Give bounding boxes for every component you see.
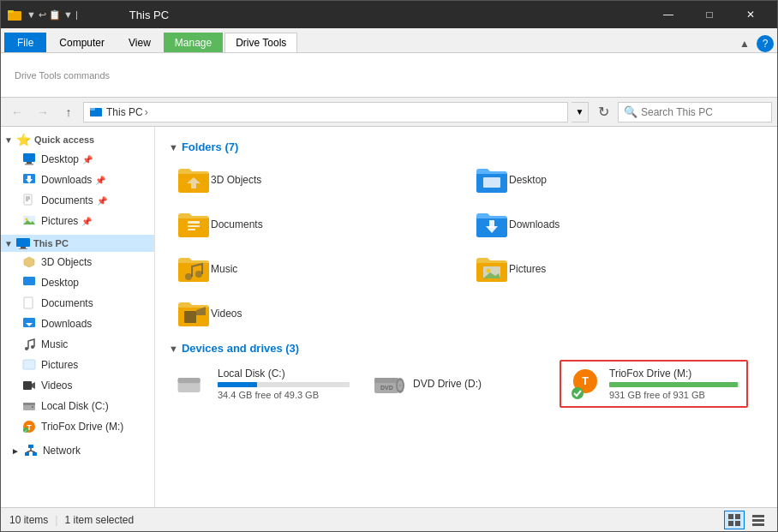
search-input[interactable] xyxy=(641,106,769,118)
folder-item-music[interactable]: Music xyxy=(169,248,465,290)
sidebar-network[interactable]: ► Network xyxy=(1,440,154,461)
folders-toggle[interactable]: ▼ xyxy=(169,142,178,152)
sidebar: ▼ ⭐ Quick access Desktop 📌 Downloads 📌 xyxy=(1,127,155,507)
pc-downloads-icon xyxy=(21,316,37,332)
address-bar: ← → ↑ This PC › ▼ ↻ 🔍 xyxy=(1,98,777,127)
svg-rect-27 xyxy=(23,360,35,369)
view-details-button[interactable] xyxy=(748,511,769,529)
folder-item-3dobjects[interactable]: 3D Objects xyxy=(169,158,465,201)
up-button[interactable]: ↑ xyxy=(57,101,80,123)
svg-rect-17 xyxy=(16,238,30,247)
refresh-button[interactable]: ↻ xyxy=(592,101,614,123)
main-area: ▼ ⭐ Quick access Desktop 📌 Downloads 📌 xyxy=(1,127,777,507)
folder-icon-music xyxy=(177,254,211,284)
folder-icon-pictures xyxy=(475,254,509,284)
address-dropdown[interactable]: ▼ xyxy=(572,102,589,123)
devices-toggle[interactable]: ▼ xyxy=(169,344,178,354)
sidebar-pc-downloads[interactable]: Downloads xyxy=(1,314,154,334)
sidebar-triofox[interactable]: T✓ TrioFox Drive (M:) xyxy=(1,416,154,437)
svg-rect-5 xyxy=(27,162,32,164)
folders-section-header: ▼ Folders (7) xyxy=(169,140,763,153)
pictures-icon xyxy=(21,213,37,229)
folders-section-title: Folders (7) xyxy=(182,140,238,153)
quick-access-icon: ▼ ↩ 📋 ▼ | xyxy=(27,9,78,21)
documents-icon xyxy=(21,193,37,208)
drive-item-c[interactable]: Local Disk (C:) 34.4 GB free of 49.3 GB xyxy=(169,360,357,408)
minimize-button[interactable]: — xyxy=(649,1,688,28)
sidebar-item-downloads[interactable]: Downloads 📌 xyxy=(1,170,154,190)
sidebar-music[interactable]: Music xyxy=(1,334,154,355)
svg-rect-19 xyxy=(19,248,27,249)
drive-item-d[interactable]: DVD DVD Drive (D:) xyxy=(364,360,553,408)
pc-desktop-icon xyxy=(21,275,37,290)
quick-access-label: Quick access xyxy=(34,134,94,145)
3dobjects-icon xyxy=(21,254,37,270)
tab-drive-tools[interactable]: Drive Tools xyxy=(224,33,297,52)
sidebar-item-desktop[interactable]: Desktop 📌 xyxy=(1,149,154,170)
svg-point-54 xyxy=(487,269,491,273)
sidebar-pc-pictures[interactable]: Pictures xyxy=(1,355,154,375)
drive-c-info: Local Disk (C:) 34.4 GB free of 49.3 GB xyxy=(218,368,350,400)
tab-view[interactable]: View xyxy=(117,33,162,52)
back-button[interactable]: ← xyxy=(6,101,28,123)
help-button[interactable]: ? xyxy=(757,35,774,52)
folder-item-pictures[interactable]: Pictures xyxy=(467,248,763,290)
drive-c-bar-fill xyxy=(218,382,257,387)
dvd-icon: DVD xyxy=(372,367,406,401)
svg-rect-18 xyxy=(21,247,26,248)
hdd-icon xyxy=(177,367,211,401)
sidebar-3dobjects[interactable]: 3D Objects xyxy=(1,252,154,272)
svg-rect-28 xyxy=(23,381,32,390)
sidebar-item-documents[interactable]: Documents 📌 xyxy=(1,190,154,211)
sidebar-videos[interactable]: Videos xyxy=(1,375,154,396)
sidebar-pc-desktop[interactable]: Desktop xyxy=(1,272,154,293)
tab-file[interactable]: File xyxy=(4,33,46,52)
ribbon-collapse-btn[interactable]: ▲ xyxy=(739,38,750,50)
drive-item-m[interactable]: T TrioFox Drive (M:) 931 GB free of 931 … xyxy=(560,360,748,408)
folder-name-3dobjects: 3D Objects xyxy=(211,174,261,186)
window: ▼ ↩ 📋 ▼ | This PC — □ ✕ File Computer Vi… xyxy=(0,0,778,532)
triofox-drive-icon: T xyxy=(568,367,602,401)
svg-point-68 xyxy=(572,387,584,399)
svg-rect-69 xyxy=(728,514,733,519)
close-button[interactable]: ✕ xyxy=(731,1,770,28)
svg-rect-45 xyxy=(483,177,500,188)
folder-item-desktop[interactable]: Desktop xyxy=(467,158,763,201)
forward-button[interactable]: → xyxy=(32,101,54,123)
sidebar-pc-documents[interactable]: Documents xyxy=(1,293,154,314)
folder-name-videos: Videos xyxy=(211,308,242,320)
content-area: ▼ Folders (7) 3D Objects xyxy=(155,127,777,507)
sidebar-this-pc[interactable]: ▼ This PC xyxy=(1,235,154,252)
sidebar-item-pictures[interactable]: Pictures 📌 xyxy=(1,211,154,231)
svg-rect-9 xyxy=(27,176,31,180)
tab-computer[interactable]: Computer xyxy=(48,33,116,52)
ribbon: File Computer View Manage Drive Tools ▲ … xyxy=(1,28,777,98)
window-title: This PC xyxy=(129,9,169,21)
folder-item-documents[interactable]: Documents xyxy=(169,203,465,246)
sidebar-local-disk[interactable]: Local Disk (C:) xyxy=(1,396,154,416)
ribbon-tabs: File Computer View Manage Drive Tools ▲ … xyxy=(1,28,777,52)
address-path[interactable]: This PC › xyxy=(83,102,568,123)
pin-icon-docs: 📌 xyxy=(97,196,107,206)
folder-icon-desktop xyxy=(475,164,509,195)
svg-rect-72 xyxy=(735,521,740,526)
ribbon-content: Drive Tools commands xyxy=(1,52,777,97)
pc-documents-icon xyxy=(21,296,37,311)
svg-rect-50 xyxy=(489,220,494,228)
svg-rect-71 xyxy=(728,521,733,526)
svg-rect-75 xyxy=(752,523,764,526)
drive-c-name: Local Disk (C:) xyxy=(218,368,350,380)
maximize-button[interactable]: □ xyxy=(690,1,729,28)
sidebar-desktop-label: Desktop xyxy=(41,153,79,165)
drive-d-name: DVD Drive (D:) xyxy=(413,378,545,390)
svg-rect-37 xyxy=(28,445,33,448)
svg-text:T: T xyxy=(582,374,589,387)
status-bar: 10 items | 1 item selected xyxy=(1,507,777,531)
title-bar: ▼ ↩ 📋 ▼ | This PC — □ ✕ xyxy=(1,1,777,28)
svg-rect-44 xyxy=(191,183,196,188)
folder-item-videos[interactable]: Videos xyxy=(169,292,465,335)
sidebar-quick-access[interactable]: ▼ ⭐ Quick access xyxy=(1,130,154,149)
view-large-icons-button[interactable] xyxy=(724,511,745,529)
tab-manage[interactable]: Manage xyxy=(164,33,223,52)
folder-item-downloads[interactable]: Downloads xyxy=(467,203,763,246)
